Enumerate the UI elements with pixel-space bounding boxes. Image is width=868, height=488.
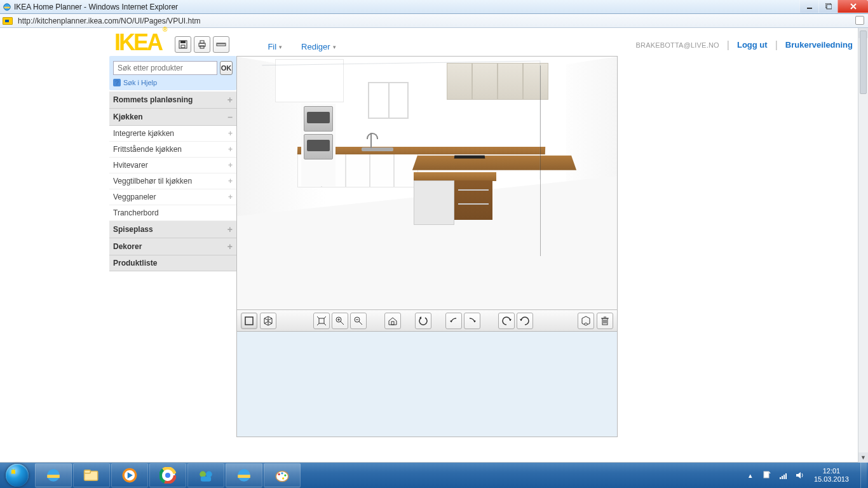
taskbar-chrome[interactable] bbox=[149, 463, 186, 487]
expand-icon: + bbox=[227, 224, 233, 234]
rotate-right-button[interactable] bbox=[517, 313, 533, 329]
sidebar-item-prodlist[interactable]: Produktliste bbox=[109, 255, 236, 271]
delete-button[interactable] bbox=[597, 313, 613, 329]
window-title: IKEA Home Planner - Windows Internet Exp… bbox=[14, 3, 178, 11]
pan-right-button[interactable] bbox=[464, 313, 480, 329]
help-search-label: Søk i Hjelp bbox=[123, 79, 157, 86]
expand-icon: + bbox=[228, 177, 233, 186]
help-icon: ? bbox=[113, 79, 121, 86]
close-button[interactable] bbox=[837, 0, 868, 13]
taskbar-paint[interactable] bbox=[264, 463, 301, 487]
svg-rect-2 bbox=[807, 8, 812, 9]
kitchen-render bbox=[237, 57, 617, 309]
sidebar-item-kitchen[interactable]: Kjøkken– bbox=[109, 109, 236, 126]
url-text[interactable]: http://kitchenplanner.ikea.com/NO/UI/Pag… bbox=[18, 17, 200, 25]
svg-rect-6 bbox=[180, 41, 186, 43]
zoom-fit-button[interactable] bbox=[313, 313, 330, 329]
view-3d-button[interactable] bbox=[260, 313, 276, 329]
network-icon[interactable] bbox=[778, 470, 789, 480]
sidebar-sub-wallacc[interactable]: Veggtilbehør til kjøkken+ bbox=[109, 173, 236, 189]
taskbar-messenger[interactable] bbox=[187, 463, 224, 487]
expand-icon: + bbox=[228, 129, 233, 138]
svg-rect-20 bbox=[85, 470, 91, 473]
measure-button[interactable] bbox=[213, 36, 229, 53]
pan-left-button[interactable] bbox=[445, 313, 462, 329]
svg-rect-39 bbox=[783, 475, 785, 479]
svg-rect-37 bbox=[780, 477, 781, 479]
search-input[interactable] bbox=[113, 61, 217, 75]
svg-rect-13 bbox=[319, 318, 324, 323]
ie-icon bbox=[3, 3, 11, 11]
search-panel: OK ? Søk i Hjelp bbox=[109, 56, 236, 90]
app-body: IKEA® Fil▾ Rediger▾ BRAKEBOTTA@LIVE.NO |… bbox=[0, 28, 858, 463]
duplicate-button[interactable] bbox=[578, 313, 594, 329]
taskbar-ie[interactable] bbox=[35, 463, 72, 487]
page-icon[interactable] bbox=[855, 16, 864, 25]
tray-up-icon[interactable]: ▴ bbox=[745, 470, 756, 480]
sidebar-sub-appliances[interactable]: Hvitevarer+ bbox=[109, 158, 236, 173]
sidebar-sub-wallpanels[interactable]: Veggpaneler+ bbox=[109, 189, 236, 205]
svg-rect-9 bbox=[200, 41, 204, 43]
volume-icon[interactable] bbox=[795, 470, 805, 480]
expand-icon: + bbox=[227, 95, 233, 105]
zoom-in-button[interactable] bbox=[332, 313, 348, 329]
guide-link[interactable]: Brukerveiledning bbox=[785, 40, 853, 50]
canvas-right-space bbox=[618, 56, 858, 310]
taskbar-mediaplayer[interactable] bbox=[111, 463, 148, 487]
expand-icon: + bbox=[227, 241, 233, 252]
sidebar-item-decorate[interactable]: Dekorer+ bbox=[109, 238, 236, 255]
address-bar: http://kitchenplanner.ikea.com/NO/UI/Pag… bbox=[0, 14, 868, 28]
maximize-button[interactable] bbox=[818, 0, 837, 13]
windows-logo-icon bbox=[6, 464, 29, 487]
left-margin bbox=[0, 28, 109, 462]
bottom-panel bbox=[236, 332, 618, 437]
action-center-icon[interactable] bbox=[762, 470, 772, 480]
scroll-down-icon[interactable]: ▼ bbox=[858, 452, 868, 463]
taskbar-clock[interactable]: 12:01 15.03.2013 bbox=[811, 464, 854, 486]
collapse-icon: – bbox=[227, 112, 233, 122]
search-ok-button[interactable]: OK bbox=[220, 61, 233, 75]
show-desktop-button[interactable] bbox=[860, 463, 867, 488]
sidebar-item-room[interactable]: Rommets planløsning+ bbox=[109, 92, 236, 109]
browser-scrollbar[interactable]: ▲ ▼ bbox=[858, 28, 868, 463]
3d-canvas[interactable] bbox=[236, 56, 618, 310]
view-2d-button[interactable] bbox=[241, 313, 257, 329]
taskbar-ie-2[interactable] bbox=[226, 463, 262, 487]
help-search-link[interactable]: ? Søk i Hjelp bbox=[113, 79, 233, 86]
zoom-out-button[interactable] bbox=[350, 313, 367, 329]
save-button[interactable] bbox=[175, 36, 191, 53]
svg-point-34 bbox=[284, 474, 286, 476]
camera-home-button[interactable] bbox=[384, 313, 401, 329]
expand-icon: + bbox=[228, 161, 233, 170]
undo-button[interactable] bbox=[415, 313, 431, 329]
logout-link[interactable]: Logg ut bbox=[737, 40, 768, 50]
clock-date: 15.03.2013 bbox=[814, 475, 849, 484]
rotate-left-button[interactable] bbox=[498, 313, 515, 329]
print-button[interactable] bbox=[194, 36, 210, 53]
svg-point-32 bbox=[278, 473, 280, 475]
svg-point-35 bbox=[282, 477, 284, 479]
chevron-down-icon: ▾ bbox=[333, 44, 336, 50]
chevron-down-icon: ▾ bbox=[279, 44, 282, 50]
svg-rect-36 bbox=[764, 471, 769, 478]
expand-icon: + bbox=[228, 193, 233, 201]
sidebar-sub-cutting[interactable]: Trancherbord bbox=[109, 205, 236, 221]
ikea-logo: IKEA® bbox=[114, 31, 166, 54]
window-titlebar: IKEA Home Planner - Windows Internet Exp… bbox=[0, 0, 868, 14]
sidebar-sub-freestanding[interactable]: Frittstående kjøkken+ bbox=[109, 142, 236, 158]
start-button[interactable] bbox=[0, 463, 34, 488]
expand-icon: + bbox=[228, 145, 233, 154]
edit-menu[interactable]: Rediger▾ bbox=[301, 42, 336, 51]
sidebar-sub-integrated[interactable]: Integrerte kjøkken+ bbox=[109, 126, 236, 142]
taskbar-explorer[interactable] bbox=[73, 463, 110, 487]
sidebar: OK ? Søk i Hjelp Rommets planløsning+ Kj… bbox=[109, 56, 236, 438]
svg-rect-4 bbox=[827, 4, 832, 9]
system-tray: ▴ 12:01 15.03.2013 bbox=[744, 463, 868, 488]
scrollbar-thumb[interactable] bbox=[860, 30, 867, 94]
file-menu[interactable]: Fil▾ bbox=[268, 42, 282, 51]
minimize-button[interactable] bbox=[799, 0, 818, 13]
svg-point-33 bbox=[281, 472, 283, 474]
sidebar-item-dining[interactable]: Spiseplass+ bbox=[109, 221, 236, 238]
app-header: IKEA® Fil▾ Rediger▾ BRAKEBOTTA@LIVE.NO |… bbox=[109, 28, 858, 56]
svg-rect-40 bbox=[785, 473, 787, 479]
